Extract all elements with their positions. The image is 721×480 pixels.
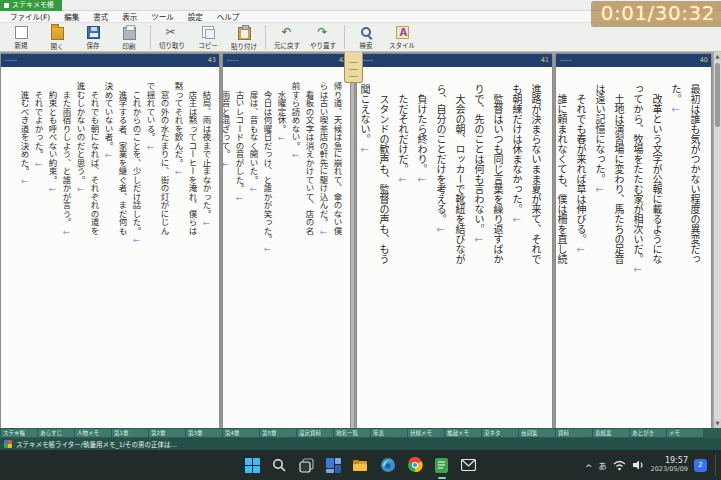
taskbar-window-button[interactable]: 第3章 <box>186 429 222 437</box>
scroll-down-arrow-icon[interactable] <box>714 419 721 428</box>
page-header: 41 <box>357 54 552 67</box>
taskbar-window-button[interactable]: 伏線メモ <box>408 429 444 437</box>
vertical-scrollbar[interactable] <box>713 52 721 428</box>
menu-item[interactable]: ファイル(F) <box>3 11 57 22</box>
toolbar-button[interactable]: 検索 <box>348 24 384 51</box>
menu-item[interactable]: 表示 <box>115 11 144 22</box>
taskbar-window-button[interactable]: あとがき <box>630 429 666 437</box>
widgets-button[interactable] <box>324 455 344 475</box>
menu-item[interactable]: ツール <box>144 11 181 22</box>
page-number: 43 <box>208 56 216 64</box>
taskbar-window-button[interactable]: ステキ帳 <box>1 429 37 437</box>
taskbar-window-button[interactable]: 没ネタ <box>482 429 518 437</box>
return-mark: ← <box>290 150 300 160</box>
taskbar-search-button[interactable] <box>270 455 290 475</box>
toolbar-button[interactable]: 印刷 <box>111 23 147 52</box>
return-mark: ← <box>632 264 643 275</box>
file-explorer-button[interactable] <box>351 455 371 475</box>
ime-indicator[interactable]: あ <box>599 460 607 471</box>
text-line: 進むべき道を決めた。← <box>17 82 31 420</box>
vertical-text-body[interactable]: 進路が決まらないまま夏が来て、それでも朝練だけは休まなかった。← 監督はいつも同… <box>357 67 552 428</box>
taskbar-window-button[interactable]: あらすじ <box>38 429 74 437</box>
vertical-text-body[interactable]: 結局、雨は夜まで止まなかった。← 店主は黙ってコーヒーを淹れ、僕らは黙ってそれを… <box>1 67 219 428</box>
system-tray: あ 19:57 2023/05/09 2 <box>585 450 718 480</box>
task-view-icon <box>299 458 314 473</box>
toolbar-button[interactable]: やり直す <box>305 24 341 51</box>
taskbar-window-button[interactable]: 資料 <box>556 429 592 437</box>
text-line: 監督はいつも同じ言葉を繰り返すばか <box>488 84 507 420</box>
taskbar-center-icons <box>243 450 479 480</box>
taskbar-window-button[interactable]: 表紙案 <box>593 429 629 437</box>
taskbar-window-button[interactable]: 台詞集 <box>519 429 555 437</box>
return-mark: ← <box>145 142 155 152</box>
return-mark: ← <box>575 244 586 255</box>
splitter-handle[interactable] <box>344 52 363 83</box>
undo-icon <box>281 26 294 39</box>
return-mark: ← <box>276 133 286 143</box>
taskbar-window-button[interactable]: 地名一覧 <box>334 429 370 437</box>
chrome-browser-button[interactable] <box>405 455 425 475</box>
memo-app-button[interactable] <box>432 455 452 475</box>
recording-timer-overlay: 0:01/30:32 <box>591 1 721 27</box>
pane-splitter[interactable] <box>350 52 355 428</box>
menu-item[interactable]: 設定 <box>181 11 210 22</box>
mail-app-button[interactable] <box>459 455 479 475</box>
return-mark: ← <box>670 104 681 115</box>
text-line: また雨宿りしよう、と誰かが言う。← <box>59 82 73 420</box>
toolbar-separator <box>265 25 266 49</box>
taskbar-window-buttons-row: ステキ帳 あらすじ 人物メモ 第1章 第2章 第3章 第4章 第5章 設定資料 … <box>0 428 721 438</box>
return-mark: ← <box>511 214 522 225</box>
vertical-text-body[interactable]: 最初は誰も気がつかない程度の異変だった。← 改革という文字が公報に載るようになっ… <box>556 67 711 428</box>
toolbar-separator <box>150 25 151 49</box>
editor-pane-right: 41 進路が決まらないまま夏が来て、それでも朝練だけは休まなかった。← 監督はい… <box>355 52 713 428</box>
folder-icon <box>353 458 368 473</box>
toolbar-button[interactable]: 開く <box>39 22 75 52</box>
taskbar-window-button[interactable]: 推敲メモ <box>445 429 481 437</box>
show-desktop-button[interactable] <box>715 454 718 476</box>
taskbar-window-button[interactable]: 第2章 <box>149 429 185 437</box>
document-area: 43 結局、雨は夜まで止まなかった。← 店主は黙ってコーヒーを淹れ、僕らは黙って… <box>0 52 721 428</box>
toolbar-button[interactable]: 貼り付け <box>226 23 262 52</box>
menu-item[interactable]: 書式 <box>86 11 115 22</box>
return-mark: ← <box>33 159 43 169</box>
vertical-text-body[interactable]: 帰り道、天候は急に崩れて、傘のない僕らは古い喫茶店の軒先に駆け込んだ。← 看板の… <box>223 67 350 428</box>
taskbar-window-button[interactable]: 第5章 <box>260 429 296 437</box>
toolbar-button[interactable]: 切り取り <box>154 24 190 51</box>
statusbar-active-document[interactable]: ステキメモ帳ライター/執筆用メモ_1/その男の正体は… <box>16 439 177 449</box>
return-mark: ← <box>223 159 230 169</box>
toolbar-button[interactable]: コピー <box>190 24 226 51</box>
toolbar-button[interactable]: 新規 <box>3 24 39 51</box>
toolbar-button[interactable]: 保存 <box>75 24 111 51</box>
task-view-button[interactable] <box>297 455 317 475</box>
tray-chevron-icon[interactable] <box>585 456 593 475</box>
menu-item[interactable]: ヘルプ <box>210 11 247 22</box>
text-line: は遠い記憶になった。← <box>590 84 609 420</box>
toolbar-button[interactable]: スタイル <box>384 24 420 51</box>
wifi-icon[interactable] <box>613 460 626 471</box>
taskbar-window-button[interactable]: 設定資料 <box>297 429 333 437</box>
edge-browser-button[interactable] <box>378 455 398 475</box>
menu-item[interactable]: 編集 <box>57 11 86 22</box>
text-line: 黙ってそれを飲んだ。← <box>171 82 185 420</box>
search-icon <box>272 458 287 473</box>
return-mark: ← <box>234 193 244 203</box>
text-line: それでも春が来れば草は伸びる。← <box>571 84 590 420</box>
text-line: 古いレコードの音がした。← <box>232 82 246 420</box>
toolbar-button[interactable]: 元に戻す <box>269 24 305 51</box>
taskbar-window-button[interactable]: 第1章 <box>112 429 148 437</box>
text-line: で揺れている。← <box>143 82 157 420</box>
notification-badge[interactable]: 2 <box>694 459 707 472</box>
taskbar-window-button[interactable]: メモ <box>667 429 703 437</box>
scrollbar-thumb[interactable] <box>715 63 720 127</box>
text-line: りで、先のことは何も言わない。← <box>469 84 488 420</box>
page-number: 40 <box>700 56 708 64</box>
taskbar-clock[interactable]: 19:57 2023/05/09 <box>651 456 688 473</box>
start-button[interactable] <box>243 455 263 475</box>
taskbar-window-button[interactable]: 人物メモ <box>75 429 111 437</box>
taskbar-window-button[interactable]: 年表 <box>371 429 407 437</box>
return-mark: ← <box>594 184 605 195</box>
taskbar-window-button[interactable]: 第4章 <box>223 429 259 437</box>
toolbar-separator <box>344 25 345 49</box>
volume-icon[interactable] <box>632 459 645 471</box>
scroll-up-arrow-icon[interactable] <box>714 52 721 61</box>
